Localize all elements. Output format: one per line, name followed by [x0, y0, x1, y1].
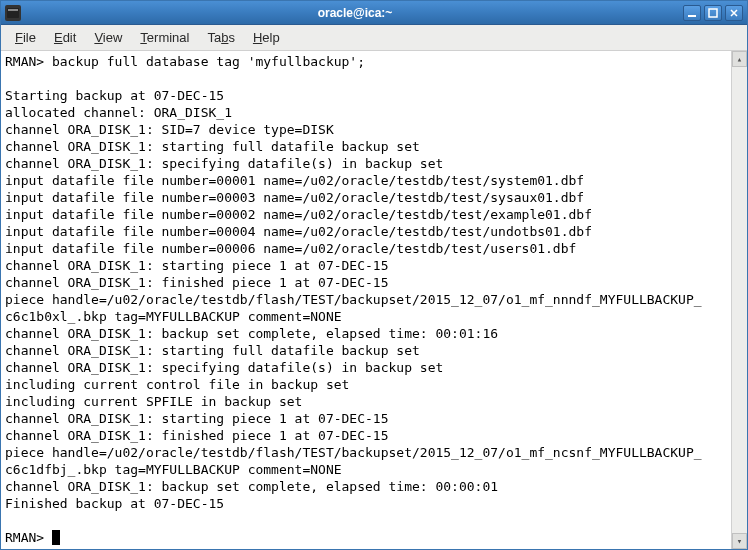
window-title: oracle@ica:~	[27, 6, 683, 20]
svg-rect-1	[8, 9, 18, 11]
menubar: File Edit View Terminal Tabs Help	[1, 25, 747, 51]
scroll-down-icon[interactable]: ▾	[732, 533, 747, 549]
scrollbar[interactable]: ▴ ▾	[731, 51, 747, 549]
menu-help[interactable]: Help	[245, 27, 288, 48]
svg-rect-3	[709, 9, 717, 17]
terminal-area[interactable]: RMAN> backup full database tag 'myfullba…	[1, 51, 747, 549]
svg-rect-2	[688, 15, 696, 17]
titlebar[interactable]: oracle@ica:~	[1, 1, 747, 25]
cursor	[52, 530, 60, 545]
close-button[interactable]	[725, 5, 743, 21]
menu-view[interactable]: View	[86, 27, 130, 48]
scroll-track[interactable]	[732, 67, 747, 533]
maximize-button[interactable]	[704, 5, 722, 21]
menu-tabs[interactable]: Tabs	[199, 27, 242, 48]
menu-file[interactable]: File	[7, 27, 44, 48]
scroll-up-icon[interactable]: ▴	[732, 51, 747, 67]
terminal-output: RMAN> backup full database tag 'myfullba…	[5, 53, 729, 546]
menu-terminal[interactable]: Terminal	[132, 27, 197, 48]
terminal-window: oracle@ica:~ File Edit View Terminal Tab…	[0, 0, 748, 550]
window-icon	[5, 5, 21, 21]
window-buttons	[683, 5, 743, 21]
menu-edit[interactable]: Edit	[46, 27, 84, 48]
minimize-button[interactable]	[683, 5, 701, 21]
